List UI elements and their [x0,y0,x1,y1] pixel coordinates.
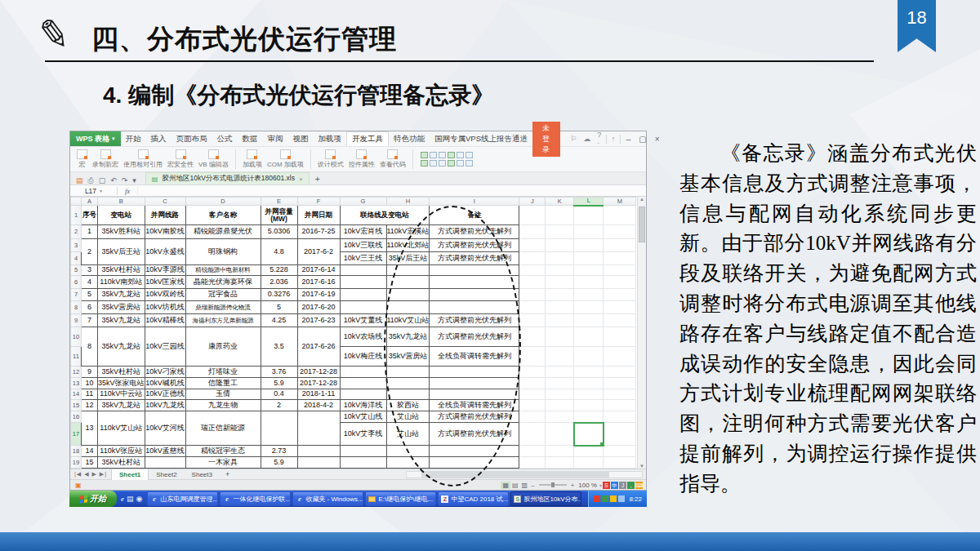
cell[interactable] [546,252,574,265]
cell[interactable] [519,389,546,400]
cell[interactable]: 10kV九龙线 [145,400,185,411]
menu-tab-加载项[interactable]: 加载项 [314,131,347,146]
cell[interactable] [546,239,574,252]
cell[interactable]: 3.76 [261,367,297,378]
cell[interactable] [519,378,546,389]
cell[interactable]: 2.036 [261,276,297,289]
select-all-corner[interactable] [71,198,82,206]
cell[interactable] [574,327,604,347]
form-control-icon[interactable] [466,152,473,158]
ribbon-item-COM 加载项[interactable]: COM 加载项 [267,149,304,169]
cell[interactable] [574,378,604,389]
cell[interactable] [546,411,574,423]
menu-tab-开发工具[interactable]: 开发工具 [346,131,389,146]
cell[interactable]: 2017-6-19 [297,289,340,301]
cell[interactable]: 10kV匡家线 [145,276,185,289]
cell[interactable] [519,252,546,265]
ribbon-item-VB 编辑器[interactable]: VB 编辑器 [198,149,229,169]
close-button[interactable]: × [651,135,664,144]
cell[interactable]: 精锐冠宇生态 [185,446,261,457]
menu-tab-页面布局[interactable]: 页面布局 [172,131,212,146]
cell[interactable]: 35kV杜村站 [98,367,145,378]
cell[interactable]: 精锐能源鼎燮光伏 [185,225,261,239]
cell[interactable]: 5.9 [261,378,297,389]
undo-icon[interactable]: ↶ [108,176,119,184]
cell[interactable]: 10kV精棒线 [145,314,185,327]
cell[interactable]: 10kV三王线 [340,252,386,265]
cell[interactable] [574,265,604,276]
cell[interactable] [519,423,546,446]
cell[interactable] [519,411,546,423]
cell[interactable] [546,367,574,378]
ribbon-item-设计模式[interactable]: 设计模式 [318,149,344,169]
cell[interactable]: 1 [82,225,98,239]
antivirus-tray-icon[interactable] [594,495,600,502]
zoom-slider[interactable] [539,484,567,486]
menu-tab-国网专属VPS线上报告通道[interactable]: 国网专属VPS线上报告通道 [430,131,532,146]
macro-record-icon[interactable]: ▣ [74,482,83,489]
dropdown-icon[interactable]: ▾ [130,176,139,184]
row-header-7[interactable]: 7 [71,289,82,301]
cell[interactable]: 2.73 [261,446,297,457]
sheet-tab-Sheet2[interactable]: Sheet2 [149,469,184,480]
cell[interactable]: 8 [82,327,98,367]
cell[interactable] [604,400,636,411]
cell[interactable] [574,347,604,367]
cell[interactable] [340,378,386,389]
cell[interactable]: 0.4 [261,389,297,400]
row-header-10[interactable]: 10 [71,327,82,347]
cell[interactable] [519,367,546,378]
cell[interactable] [604,389,636,400]
row-header-11[interactable]: 11 [71,347,82,367]
row-header-15[interactable]: 15 [71,400,82,411]
print-preview-icon[interactable]: ▢ [96,176,109,184]
form-control-icon[interactable] [457,152,464,158]
row-header-18[interactable]: 18 [71,446,82,457]
cell[interactable]: 瑞正信新能源 [185,411,261,446]
cell[interactable]: 客户名称 [185,206,261,225]
add-sheet-button[interactable]: + [220,470,235,478]
row-header-13[interactable]: 13 [71,378,82,389]
cell[interactable]: 15 [82,457,98,469]
cell[interactable] [519,239,546,252]
ribbon-item-录制新宏[interactable]: 录制新宏 [92,149,118,169]
cell[interactable] [145,457,185,469]
column-header-A[interactable]: A [82,198,98,206]
cell[interactable] [604,347,636,367]
cell[interactable]: 10kV孟慈线 [145,446,185,457]
cell[interactable] [574,411,604,423]
ribbon-item-加载项[interactable]: 加载项 [243,149,262,169]
cell[interactable]: 35kV营房站 [98,301,145,314]
cell[interactable]: 2017-6-2 [297,239,340,265]
row-header-5[interactable]: 5 [71,265,82,276]
cell[interactable] [546,457,574,469]
cell[interactable] [604,301,636,314]
cell[interactable] [574,289,604,301]
cell[interactable] [519,314,546,327]
cell[interactable] [519,225,546,239]
wps-logo[interactable]: WPS 表格 ▾ [70,131,121,146]
row-header-16[interactable]: 16 [71,411,82,423]
cell[interactable] [574,457,604,469]
media-icon[interactable]: ◉ [136,495,143,503]
ribbon-item-查看代码[interactable]: 查看代码 [380,149,406,169]
cell[interactable] [546,389,574,400]
ribbon-item-使用相对引用[interactable]: 使用相对引用 [123,149,163,169]
column-header-F[interactable]: F [297,198,340,206]
column-header-J[interactable]: J [519,198,546,206]
cell[interactable] [574,252,604,265]
cell[interactable] [519,457,546,469]
cell[interactable]: 10kV坊机线 [145,301,185,314]
document-tab[interactable]: ▤ 胶州地区10kV分布式电源统计表180601.xls × [145,172,310,184]
cell[interactable]: 35kV胜利站 [98,225,145,239]
zoom-level[interactable]: 100 % [578,482,597,489]
cell[interactable]: 明珠钢构 [185,239,261,265]
cell[interactable] [519,206,546,225]
form-control-icon[interactable] [448,160,455,167]
cell[interactable]: 康原药业 [185,327,261,367]
cell[interactable] [604,457,636,469]
cell[interactable] [574,225,604,239]
cell[interactable] [546,289,574,301]
cell[interactable] [340,289,386,301]
login-button[interactable]: 未登录 [532,122,560,157]
